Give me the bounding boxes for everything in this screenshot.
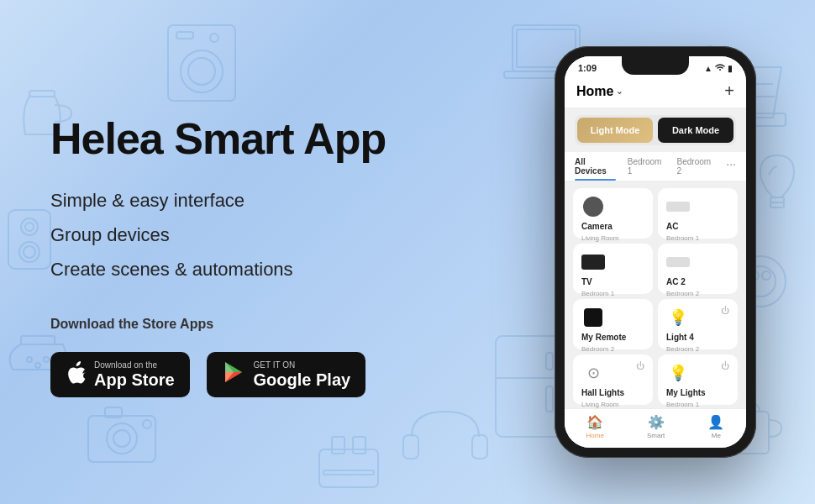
tv-device-icon [581,250,605,274]
ac2-name: AC 2 [666,277,729,286]
nav-me[interactable]: 👤 Me [707,414,724,439]
me-nav-icon: 👤 [707,414,724,430]
device-card-ac[interactable]: AC Bedroom 1 [658,188,738,239]
power-icon-lights: ⏻ [721,361,729,370]
feature-item-2: Group devices [50,223,529,249]
chevron-down-icon: ⌄ [616,87,623,96]
app-bottom-nav: 🏠 Home ⚙️ Smart 👤 Me [565,408,746,448]
app-store-main-text: App Store [94,370,175,389]
content-wrapper: Helea Smart App Simple & easy interface … [0,0,815,504]
nav-home-label: Home [586,432,604,439]
device-card-hall-lights[interactable]: ⊙ ⏻ Hall Lights Living Room [573,354,653,405]
features-list: Simple & easy interface Group devices Cr… [50,188,529,282]
power-icon-hall: ⏻ [636,361,644,370]
home-nav-icon: 🏠 [586,414,603,430]
device-card-light4[interactable]: 💡 ⏻ Light 4 Bedroom 2 [658,299,738,349]
google-play-button[interactable]: GET IT ON Google Play [207,352,366,397]
remote-device-icon [581,306,605,329]
light4-name: Light 4 [666,333,729,342]
wifi-icon [715,63,725,73]
nav-smart[interactable]: ⚙️ Smart [647,414,665,439]
phone-mockup-container: 1:09 ▲ ▮ [529,46,781,458]
remote-room: Bedroom 2 [581,345,644,353]
light4-room: Bedroom 2 [666,345,729,353]
ac-name: AC [666,222,729,231]
my-lights-room: Bedroom 1 [666,401,729,408]
app-header: Home ⌄ + [565,76,746,108]
ac-device-icon [666,195,690,218]
device-card-camera[interactable]: Camera Living Room [573,188,653,239]
my-lights-icon: 💡 [666,361,690,385]
hall-lights-room: Living Room [581,401,644,408]
download-label: Download the Store Apps [50,317,529,332]
light4-device-icon: 💡 [666,306,690,329]
remote-name: My Remote [581,333,644,342]
store-buttons: Download on the App Store GET IT ON Go [50,352,529,397]
dark-mode-button[interactable]: Dark Mode [658,118,734,143]
my-lights-name: My Lights [666,388,729,397]
smart-nav-icon: ⚙️ [648,414,665,430]
nav-me-label: Me [712,432,721,439]
google-play-texts: GET IT ON Google Play [254,360,351,389]
feature-item-3: Create scenes & automations [50,257,529,283]
feature-item-1: Simple & easy interface [50,188,529,214]
device-card-ac2[interactable]: AC 2 Bedroom 2 [658,244,738,294]
device-card-my-lights[interactable]: 💡 ⏻ My Lights Bedroom 1 [658,354,738,405]
google-play-top-text: GET IT ON [254,360,351,370]
phone-outer: 1:09 ▲ ▮ [555,46,756,458]
app-ui: 1:09 ▲ ▮ [565,56,746,448]
app-store-top-text: Download on the [94,360,175,370]
power-icon: ⏻ [721,306,729,315]
nav-smart-label: Smart [647,432,665,439]
google-play-main-text: Google Play [254,370,351,389]
nav-home[interactable]: 🏠 Home [586,414,604,439]
ac2-device-icon [666,250,690,274]
google-play-icon [222,360,245,388]
ac-room: Bedroom 1 [666,234,729,242]
device-grid: Camera Living Room AC Bedroom 1 [565,185,746,408]
left-panel: Helea Smart App Simple & easy interface … [50,107,529,397]
status-time: 1:09 [578,63,597,73]
device-card-remote[interactable]: My Remote Bedroom 2 [573,299,653,349]
mode-toggle: Light Mode Dark Mode [575,115,736,145]
app-store-button[interactable]: Download on the App Store [50,352,190,397]
tab-bedroom2[interactable]: Bedroom 2 [677,152,715,181]
signal-icon: ▲ [704,64,712,73]
camera-room: Living Room [581,234,644,242]
light-mode-button[interactable]: Light Mode [577,118,653,143]
tab-bedroom1[interactable]: Bedroom 1 [628,152,665,181]
phone-notch [622,56,689,75]
device-card-tv[interactable]: TV Bedroom 1 [573,244,653,294]
apple-icon [66,361,86,388]
app-tabs: All Devices Bedroom 1 Bedroom 2 ··· [565,152,746,181]
tab-all-devices[interactable]: All Devices [575,152,616,181]
tabs-more-icon[interactable]: ··· [726,152,736,181]
battery-icon: ▮ [728,64,733,73]
camera-device-icon [581,195,605,218]
tv-name: TV [581,277,644,286]
status-icons: ▲ ▮ [704,63,733,73]
phone-screen: 1:09 ▲ ▮ [565,56,746,448]
hall-lights-icon: ⊙ [581,361,605,385]
app-header-title: Home ⌄ [576,84,623,99]
app-store-texts: Download on the App Store [94,360,175,389]
app-title: Helea Smart App [50,115,529,163]
add-button[interactable]: + [724,81,734,101]
tv-room: Bedroom 1 [581,290,644,297]
camera-name: Camera [581,222,644,231]
ac2-room: Bedroom 2 [666,290,729,297]
hall-lights-name: Hall Lights [581,388,644,397]
